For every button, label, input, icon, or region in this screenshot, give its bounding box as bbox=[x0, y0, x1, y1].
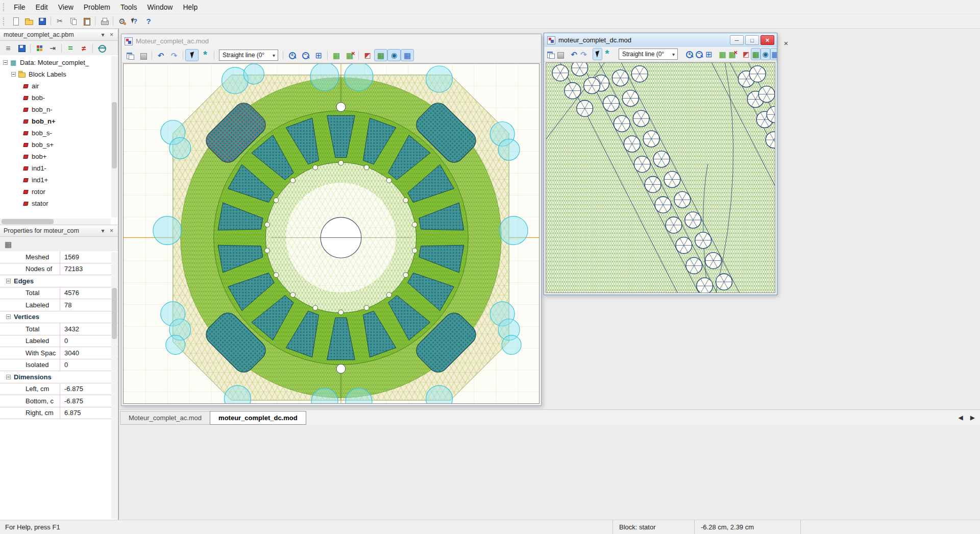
scrollbar-thumb[interactable] bbox=[112, 102, 117, 168]
ac-nodes-button[interactable] bbox=[387, 49, 401, 61]
sidebar-tune-button[interactable] bbox=[2, 42, 15, 54]
collapse-icon[interactable] bbox=[6, 314, 11, 319]
paste-button[interactable] bbox=[80, 15, 93, 28]
tree-item-ind1+[interactable]: ind1+ bbox=[0, 174, 118, 186]
tab-scroll-left-button[interactable]: ◀ bbox=[959, 414, 963, 421]
property-group-dimensions[interactable]: Dimensions bbox=[0, 371, 118, 383]
menu-item-file[interactable]: File bbox=[9, 1, 31, 14]
tree-item-bob-s-[interactable]: bob_s- bbox=[0, 127, 118, 139]
tree-item-ind1-[interactable]: ind1- bbox=[0, 162, 118, 174]
menu-item-tools[interactable]: Tools bbox=[115, 1, 142, 14]
properties-vertical-scrollbar[interactable] bbox=[111, 252, 117, 519]
ac-redo-button[interactable] bbox=[167, 49, 181, 61]
document-tab-moteur-complet-ac.mod[interactable]: Moteur_complet_ac.mod bbox=[120, 411, 210, 425]
sidebar-blocks-button[interactable] bbox=[33, 42, 46, 54]
ac-zoom-out-button[interactable] bbox=[299, 49, 312, 61]
ac-canvas[interactable] bbox=[123, 63, 540, 404]
dc-mesh-show-button[interactable] bbox=[751, 48, 761, 60]
collapse-icon[interactable] bbox=[3, 60, 8, 65]
ac-wand-button[interactable] bbox=[199, 49, 212, 61]
document-tab-moteur-complet-dc.mod[interactable]: moteur_complet_dc.mod bbox=[210, 411, 306, 425]
print-button[interactable] bbox=[97, 15, 111, 28]
tree-item-bob+[interactable]: bob+ bbox=[0, 151, 118, 162]
window-moteur-complet-ac[interactable]: Moteur_complet_ac.mod Straight line (0°▾ bbox=[121, 34, 542, 406]
tree-item-air[interactable]: air bbox=[0, 80, 118, 92]
tab-scroll-right-button[interactable]: ▶ bbox=[970, 414, 975, 421]
dc-mesh-button[interactable] bbox=[718, 48, 727, 60]
sidebar-not-equals-red-button[interactable] bbox=[77, 42, 90, 54]
panel-close-button[interactable]: × bbox=[107, 31, 116, 38]
sidebar-globe-button[interactable] bbox=[95, 42, 108, 54]
panel-dropdown-button[interactable]: ▾ bbox=[99, 31, 107, 38]
ac-pointer-button[interactable] bbox=[185, 49, 199, 61]
tree-item-bob-n-[interactable]: bob_n- bbox=[0, 104, 118, 115]
minimize-button[interactable]: ─ bbox=[730, 35, 744, 45]
help-button[interactable] bbox=[142, 15, 155, 28]
scrollbar-thumb[interactable] bbox=[2, 219, 54, 224]
ac-line-type-combo[interactable]: Straight line (0°▾ bbox=[219, 50, 278, 61]
save-button[interactable] bbox=[35, 15, 48, 28]
tree-item-bob-[interactable]: bob- bbox=[0, 92, 118, 104]
dc-pointer-button[interactable] bbox=[593, 48, 602, 60]
close-button[interactable]: × bbox=[761, 35, 774, 45]
scrollbar-thumb[interactable] bbox=[112, 288, 117, 339]
dc-zoom-in-button[interactable] bbox=[684, 48, 694, 60]
tree-vertical-scrollbar[interactable] bbox=[111, 56, 117, 217]
mdi-close-button[interactable]: × bbox=[781, 39, 791, 47]
ac-boundary-button[interactable] bbox=[361, 49, 374, 61]
properties-table-button[interactable] bbox=[2, 238, 15, 250]
dc-line-type-combo[interactable]: Straight line (0°▾ bbox=[619, 48, 678, 60]
ac-mesh-button[interactable] bbox=[330, 49, 343, 61]
panel-close-button[interactable]: × bbox=[107, 227, 116, 234]
dc-canvas[interactable] bbox=[546, 62, 775, 293]
tree-group-block-labels[interactable]: Block Labels bbox=[0, 68, 118, 80]
settings-gear-button[interactable] bbox=[115, 15, 129, 28]
menu-item-edit[interactable]: Edit bbox=[31, 1, 53, 14]
panel-dropdown-button[interactable]: ▾ bbox=[99, 227, 107, 234]
ac-cube-button[interactable] bbox=[136, 49, 150, 61]
ac-mesh-show-button[interactable] bbox=[374, 49, 387, 61]
copy-button[interactable] bbox=[66, 15, 80, 28]
dc-cascade-button[interactable] bbox=[546, 48, 555, 60]
cut-button[interactable] bbox=[53, 15, 66, 28]
context-help-button[interactable] bbox=[129, 15, 142, 28]
ac-cascade-button[interactable] bbox=[123, 49, 136, 61]
property-group-vertices[interactable]: Vertices bbox=[0, 311, 118, 324]
dc-nodes-button[interactable] bbox=[761, 48, 770, 60]
ac-zoom-in-button[interactable] bbox=[285, 49, 299, 61]
dc-zoom-extents-button[interactable] bbox=[704, 48, 714, 60]
dc-window-titlebar[interactable]: moteur_complet_dc.mod ─ □ × bbox=[544, 33, 777, 47]
window-moteur-complet-dc[interactable]: moteur_complet_dc.mod ─ □ × Straight lin… bbox=[544, 33, 777, 295]
dc-mesh-delete-button[interactable] bbox=[727, 48, 737, 60]
open-folder-button[interactable] bbox=[22, 15, 35, 28]
ac-window-titlebar[interactable]: Moteur_complet_ac.mod bbox=[121, 34, 541, 48]
dc-canvas-drawing[interactable] bbox=[546, 63, 775, 293]
tree-item-rotor[interactable]: rotor bbox=[0, 186, 118, 198]
new-document-button[interactable] bbox=[9, 15, 22, 28]
tree-item-bob-n+[interactable]: bob_n+ bbox=[0, 115, 118, 127]
dc-undo-button[interactable] bbox=[569, 48, 579, 60]
collapse-icon[interactable] bbox=[11, 72, 16, 77]
dc-wand-button[interactable] bbox=[602, 48, 612, 60]
menu-item-view[interactable]: View bbox=[53, 1, 79, 14]
collapse-icon[interactable] bbox=[6, 375, 11, 379]
dc-boundary-button[interactable] bbox=[741, 48, 751, 60]
dc-grid-button[interactable] bbox=[770, 48, 777, 60]
dc-cube-button[interactable] bbox=[555, 48, 565, 60]
menu-item-help[interactable]: Help bbox=[178, 1, 203, 14]
ac-grid-button[interactable] bbox=[401, 49, 414, 61]
sidebar-equals-green-button[interactable] bbox=[64, 42, 77, 54]
property-group-edges[interactable]: Edges bbox=[0, 275, 118, 287]
tree-root-data[interactable]: Data: Moteur_complet_ bbox=[0, 57, 118, 68]
ac-canvas-drawing[interactable] bbox=[124, 64, 539, 403]
menu-item-window[interactable]: Window bbox=[142, 1, 178, 14]
menu-item-problem[interactable]: Problem bbox=[79, 1, 115, 14]
maximize-button[interactable]: □ bbox=[745, 35, 759, 45]
dc-zoom-out-button[interactable] bbox=[694, 48, 704, 60]
ac-mesh-delete-button[interactable] bbox=[343, 49, 356, 61]
dc-redo-button[interactable] bbox=[579, 48, 589, 60]
ac-undo-button[interactable] bbox=[154, 49, 167, 61]
tree-item-stator[interactable]: stator bbox=[0, 198, 118, 209]
ac-zoom-extents-button[interactable] bbox=[312, 49, 325, 61]
collapse-icon[interactable] bbox=[6, 279, 11, 283]
